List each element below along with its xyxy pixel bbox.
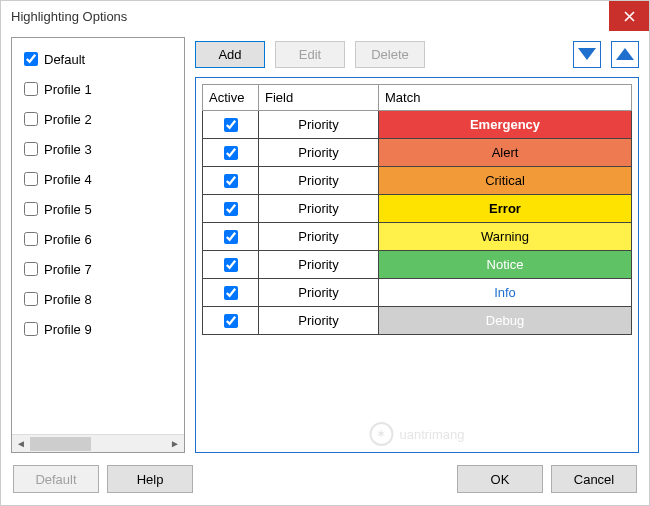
dialog-window: Highlighting Options DefaultProfile 1Pro… xyxy=(0,0,650,506)
table-row[interactable]: PriorityDebug xyxy=(203,307,632,335)
profile-item[interactable]: Default xyxy=(16,44,180,74)
profile-panel: DefaultProfile 1Profile 2Profile 3Profil… xyxy=(11,37,185,453)
triangle-up-icon xyxy=(616,48,634,60)
cell-active xyxy=(203,223,259,251)
cell-active xyxy=(203,195,259,223)
dialog-body: DefaultProfile 1Profile 2Profile 3Profil… xyxy=(1,31,649,453)
profile-checkbox[interactable] xyxy=(24,232,38,246)
profile-label: Profile 6 xyxy=(44,232,92,247)
bulb-icon: ✶ xyxy=(369,422,393,446)
add-button[interactable]: Add xyxy=(195,41,265,68)
profile-item[interactable]: Profile 8 xyxy=(16,284,180,314)
profile-label: Default xyxy=(44,52,85,67)
help-button[interactable]: Help xyxy=(107,465,193,493)
cell-match: Warning xyxy=(379,223,632,251)
profile-item[interactable]: Profile 3 xyxy=(16,134,180,164)
cell-active xyxy=(203,167,259,195)
profile-checkbox[interactable] xyxy=(24,202,38,216)
cell-field: Priority xyxy=(259,307,379,335)
titlebar: Highlighting Options xyxy=(1,1,649,31)
profile-item[interactable]: Profile 5 xyxy=(16,194,180,224)
rule-active-checkbox[interactable] xyxy=(224,174,238,188)
cell-field: Priority xyxy=(259,195,379,223)
window-title: Highlighting Options xyxy=(11,9,609,24)
cell-match: Critical xyxy=(379,167,632,195)
edit-button[interactable]: Edit xyxy=(275,41,345,68)
profile-label: Profile 2 xyxy=(44,112,92,127)
cell-match: Debug xyxy=(379,307,632,335)
profile-label: Profile 8 xyxy=(44,292,92,307)
profile-item[interactable]: Profile 4 xyxy=(16,164,180,194)
table-row[interactable]: PriorityCritical xyxy=(203,167,632,195)
rule-active-checkbox[interactable] xyxy=(224,118,238,132)
cell-match: Notice xyxy=(379,251,632,279)
delete-button[interactable]: Delete xyxy=(355,41,425,68)
col-match[interactable]: Match xyxy=(379,85,632,111)
rule-active-checkbox[interactable] xyxy=(224,286,238,300)
rule-active-checkbox[interactable] xyxy=(224,202,238,216)
col-active[interactable]: Active xyxy=(203,85,259,111)
rule-active-checkbox[interactable] xyxy=(224,314,238,328)
cell-active xyxy=(203,251,259,279)
table-row[interactable]: PriorityError xyxy=(203,195,632,223)
cell-match: Info xyxy=(379,279,632,307)
profile-checkbox[interactable] xyxy=(24,82,38,96)
scroll-thumb[interactable] xyxy=(30,437,91,451)
rule-active-checkbox[interactable] xyxy=(224,146,238,160)
cancel-button[interactable]: Cancel xyxy=(551,465,637,493)
profile-checkbox[interactable] xyxy=(24,322,38,336)
profile-label: Profile 4 xyxy=(44,172,92,187)
profile-checkbox[interactable] xyxy=(24,262,38,276)
cell-field: Priority xyxy=(259,167,379,195)
profile-checkbox[interactable] xyxy=(24,112,38,126)
profile-item[interactable]: Profile 9 xyxy=(16,314,180,344)
profile-item[interactable]: Profile 6 xyxy=(16,224,180,254)
profile-label: Profile 1 xyxy=(44,82,92,97)
profile-item[interactable]: Profile 2 xyxy=(16,104,180,134)
close-icon xyxy=(624,11,635,22)
table-row[interactable]: PriorityInfo xyxy=(203,279,632,307)
profile-item[interactable]: Profile 1 xyxy=(16,74,180,104)
profile-label: Profile 9 xyxy=(44,322,92,337)
rules-grid: Active Field Match PriorityEmergencyPrio… xyxy=(202,84,632,335)
watermark: ✶ uantrimang xyxy=(369,422,464,446)
move-up-button[interactable] xyxy=(611,41,639,68)
table-row[interactable]: PriorityAlert xyxy=(203,139,632,167)
rules-grid-wrap: Active Field Match PriorityEmergencyPrio… xyxy=(195,77,639,453)
cell-field: Priority xyxy=(259,139,379,167)
cell-field: Priority xyxy=(259,223,379,251)
scroll-right-arrow-icon[interactable]: ► xyxy=(166,438,184,449)
table-row[interactable]: PriorityNotice xyxy=(203,251,632,279)
table-row[interactable]: PriorityEmergency xyxy=(203,111,632,139)
profile-checkbox[interactable] xyxy=(24,142,38,156)
cell-active xyxy=(203,139,259,167)
default-button[interactable]: Default xyxy=(13,465,99,493)
cell-match: Emergency xyxy=(379,111,632,139)
toolbar: Add Edit Delete xyxy=(195,37,639,71)
right-panel: Add Edit Delete Active Field Match xyxy=(195,37,639,453)
rule-active-checkbox[interactable] xyxy=(224,230,238,244)
rule-active-checkbox[interactable] xyxy=(224,258,238,272)
col-field[interactable]: Field xyxy=(259,85,379,111)
watermark-text: uantrimang xyxy=(399,427,464,442)
profile-checkbox[interactable] xyxy=(24,52,38,66)
profile-checkbox[interactable] xyxy=(24,292,38,306)
profile-item[interactable]: Profile 7 xyxy=(16,254,180,284)
close-button[interactable] xyxy=(609,1,649,31)
cell-match: Error xyxy=(379,195,632,223)
profile-label: Profile 3 xyxy=(44,142,92,157)
scroll-left-arrow-icon[interactable]: ◄ xyxy=(12,438,30,449)
triangle-down-icon xyxy=(578,48,596,60)
ok-button[interactable]: OK xyxy=(457,465,543,493)
cell-match: Alert xyxy=(379,139,632,167)
profile-checkbox[interactable] xyxy=(24,172,38,186)
cell-field: Priority xyxy=(259,251,379,279)
cell-field: Priority xyxy=(259,111,379,139)
scroll-track[interactable] xyxy=(30,435,166,452)
profile-hscrollbar[interactable]: ◄ ► xyxy=(12,434,184,452)
cell-active xyxy=(203,111,259,139)
profile-label: Profile 7 xyxy=(44,262,92,277)
table-row[interactable]: PriorityWarning xyxy=(203,223,632,251)
cell-active xyxy=(203,307,259,335)
move-down-button[interactable] xyxy=(573,41,601,68)
